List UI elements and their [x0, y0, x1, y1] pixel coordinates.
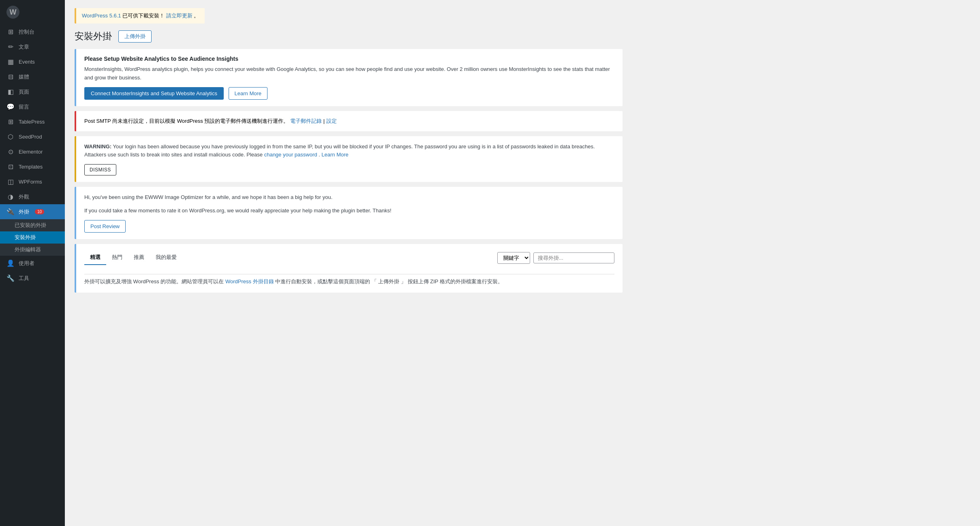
appearance-icon: ◑	[6, 193, 15, 201]
plugin-search-row: 關鍵字	[497, 252, 614, 264]
main-content: WordPress 5.6.1 已可供下載安裝！ 請立即更新 。 安裝外掛 上傳…	[65, 0, 980, 526]
connect-monsterinsights-button[interactable]: Connect MonsterInsights and Setup Websit…	[84, 87, 224, 100]
sidebar-item-comments[interactable]: 💬 留言	[0, 99, 65, 114]
users-icon: 👤	[6, 259, 15, 267]
tabs-divider	[84, 274, 614, 274]
posts-icon: ✏	[6, 43, 15, 51]
sidebar-item-wpforms[interactable]: ◫ WPForms	[0, 174, 65, 189]
page-title: 安裝外掛	[75, 30, 112, 43]
post-review-button[interactable]: Post Review	[84, 220, 126, 233]
monsterinsights-description: MonsterInsights, WordPress analytics plu…	[84, 65, 614, 82]
wpforms-icon: ◫	[6, 178, 15, 186]
sidebar-item-events[interactable]: ▦ Events	[0, 54, 65, 69]
plugin-desc-upload: 上傳外掛	[378, 278, 399, 284]
warning-bold: WARNING:	[84, 143, 111, 150]
plugin-tabs: 精選 熱門 推薦 我的最愛	[84, 250, 182, 265]
sidebar-item-appearance[interactable]: ◑ 外觀	[0, 189, 65, 204]
sidebar-item-posts[interactable]: ✏ 文章	[0, 39, 65, 54]
postsmtp-text: Post SMTP 尚未進行設定，目前以模擬 WordPress 預設的電子郵件…	[84, 118, 289, 124]
submenu-add-plugin[interactable]: 安裝外掛	[0, 231, 65, 244]
update-notice: WordPress 5.6.1 已可供下載安裝！ 請立即更新 。	[75, 8, 205, 24]
pages-icon: ◧	[6, 88, 15, 96]
sidebar-item-pages[interactable]: ◧ 頁面	[0, 84, 65, 99]
sidebar-label-templates: Templates	[19, 164, 43, 170]
tab-recommended[interactable]: 推薦	[128, 250, 150, 264]
wordpress-logo: W	[6, 6, 19, 19]
tab-popular[interactable]: 熱門	[106, 250, 128, 264]
update-now-link[interactable]: 請立即更新	[166, 13, 193, 19]
plugin-directory-link[interactable]: WordPress 外掛目錄	[225, 278, 274, 284]
ewww-line1: Hi, you've been using the EWWW Image Opt…	[84, 193, 614, 202]
learn-more-button[interactable]: Learn More	[229, 87, 267, 100]
plugin-search-section: 精選 熱門 推薦 我的最愛 關鍵字 外掛可以擴充及增強 WordPress 的功…	[75, 244, 623, 293]
plugins-icon: 🔌	[6, 208, 15, 216]
submenu-installed-plugins[interactable]: 已安裝的外掛	[0, 219, 65, 231]
sidebar-label-plugins: 外掛	[19, 208, 29, 216]
ewww-notice: Hi, you've been using the EWWW Image Opt…	[75, 187, 623, 239]
sidebar-label-wpforms: WPForms	[19, 179, 42, 185]
sidebar-item-elementor[interactable]: ⊙ Elementor	[0, 144, 65, 159]
sidebar-label-events: Events	[19, 59, 35, 65]
elementor-icon: ⊙	[6, 148, 15, 156]
sidebar-label-tablepress: TablePress	[19, 119, 45, 125]
submenu-plugin-editor[interactable]: 外掛編輯器	[0, 244, 65, 256]
sidebar-item-users[interactable]: 👤 使用者	[0, 256, 65, 271]
sidebar-item-media[interactable]: ⊟ 媒體	[0, 69, 65, 84]
plugins-badge: 10	[35, 209, 44, 214]
page-title-row: 安裝外掛 上傳外掛	[75, 30, 623, 43]
change-password-link[interactable]: change your password	[264, 152, 317, 158]
postsmtp-settings-link[interactable]: 設定	[326, 118, 337, 124]
sidebar-label-dashboard: 控制台	[19, 28, 34, 36]
update-notice-mid: 已可供下載安裝！	[122, 13, 165, 19]
seedprod-icon: ⬡	[6, 133, 15, 141]
sidebar-item-tablepress[interactable]: ⊞ TablePress	[0, 114, 65, 129]
sidebar-label-pages: 頁面	[19, 88, 29, 96]
tablepress-icon: ⊞	[6, 118, 15, 126]
search-type-select[interactable]: 關鍵字	[497, 252, 530, 264]
plugin-description: 外掛可以擴充及增強 WordPress 的功能。網站管理員可以在 WordPre…	[84, 278, 614, 286]
sidebar-item-tools[interactable]: 🔧 工具	[0, 271, 65, 286]
dismiss-button[interactable]: DISMISS	[84, 164, 116, 175]
sidebar-item-dashboard[interactable]: ⊞ 控制台	[0, 24, 65, 39]
media-icon: ⊟	[6, 73, 15, 81]
sidebar-label-comments: 留言	[19, 103, 29, 111]
sidebar-label-media: 媒體	[19, 73, 29, 81]
sidebar-label-appearance: 外觀	[19, 193, 29, 201]
upload-plugin-button[interactable]: 上傳外掛	[118, 30, 152, 43]
postsmtp-separator: |	[323, 118, 326, 124]
plugin-desc-bracket-close: 」	[401, 278, 406, 284]
email-log-link[interactable]: 電子郵件記錄	[290, 118, 322, 124]
tab-favorites[interactable]: 我的最愛	[150, 250, 182, 264]
update-notice-post: 。	[194, 13, 199, 19]
plugin-desc-post: 按鈕上傳 ZIP 格式的外掛檔案進行安裝。	[408, 278, 503, 284]
comments-icon: 💬	[6, 103, 15, 111]
ewww-line2: If you could take a few moments to rate …	[84, 207, 614, 215]
tab-featured[interactable]: 精選	[84, 250, 106, 264]
security-learn-more-link[interactable]: Learn More	[321, 152, 348, 158]
monsterinsights-notice: Please Setup Website Analytics to See Au…	[75, 49, 623, 106]
sidebar-label-seedprod: SeedProd	[19, 134, 42, 140]
sidebar: W ⊞ 控制台 ✏ 文章 ▦ Events ⊟ 媒體 ◧ 頁面 💬 留言 ⊞ T…	[0, 0, 65, 526]
plugins-submenu: 已安裝的外掛 安裝外掛 外掛編輯器	[0, 219, 65, 256]
plugin-desc-bracket-open: 「	[372, 278, 377, 284]
sidebar-item-seedprod[interactable]: ⬡ SeedProd	[0, 129, 65, 144]
monsterinsights-title: Please Setup Website Analytics to See Au…	[84, 56, 614, 62]
sidebar-label-posts: 文章	[19, 43, 29, 51]
postsmtp-notice: Post SMTP 尚未進行設定，目前以模擬 WordPress 預設的電子郵件…	[75, 111, 623, 131]
plugin-desc-pre: 外掛可以擴充及增強 WordPress 的功能。網站管理員可以在	[84, 278, 224, 284]
plugin-desc-mid: 中進行自動安裝，或點擊這個頁面頂端的	[275, 278, 370, 284]
sidebar-label-users: 使用者	[19, 260, 34, 267]
dashboard-icon: ⊞	[6, 28, 15, 36]
sidebar-item-plugins[interactable]: 🔌 外掛 10	[0, 204, 65, 219]
events-icon: ▦	[6, 58, 15, 66]
sidebar-item-templates[interactable]: ⊡ Templates	[0, 159, 65, 174]
sidebar-logo: W	[0, 0, 65, 24]
security-warning-text: WARNING: Your login has been allowed bec…	[84, 143, 614, 160]
sidebar-label-elementor: Elementor	[19, 149, 43, 155]
search-plugin-input[interactable]	[533, 252, 614, 263]
templates-icon: ⊡	[6, 163, 15, 171]
security-warning-notice: WARNING: Your login has been allowed bec…	[75, 136, 623, 182]
sidebar-label-tools: 工具	[19, 275, 29, 282]
wordpress-update-link[interactable]: WordPress 5.6.1	[82, 13, 121, 19]
tools-icon: 🔧	[6, 274, 15, 282]
